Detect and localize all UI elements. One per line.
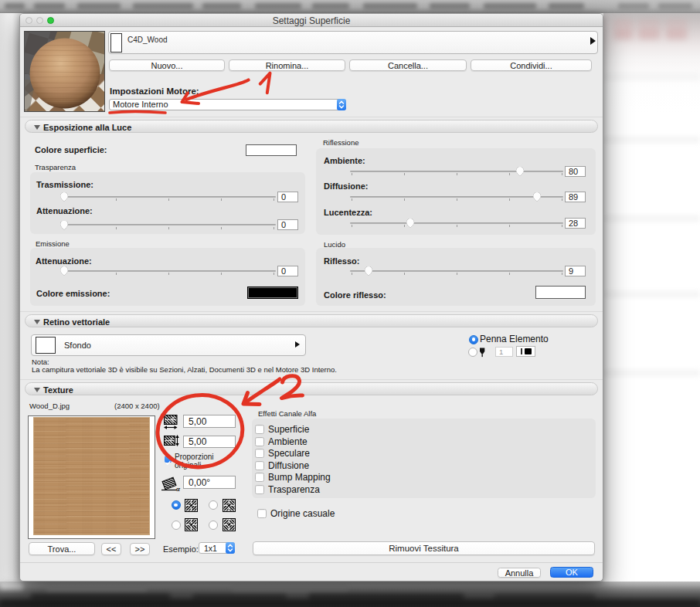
svg-text:α: α [176,485,181,492]
